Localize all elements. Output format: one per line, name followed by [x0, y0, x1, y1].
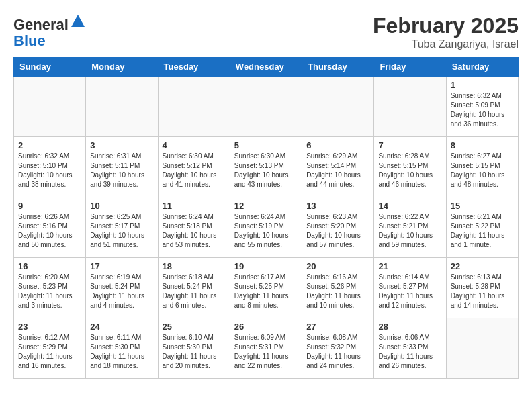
day-info: Sunrise: 6:19 AM Sunset: 5:24 PM Dayligh…	[90, 273, 153, 310]
day-info: Sunrise: 6:06 AM Sunset: 5:33 PM Dayligh…	[378, 333, 441, 371]
day-info: Sunrise: 6:14 AM Sunset: 5:27 PM Dayligh…	[378, 273, 441, 310]
calendar-cell	[374, 77, 446, 137]
weekday-header-saturday: Saturday	[446, 58, 518, 77]
calendar-cell: 18Sunrise: 6:18 AM Sunset: 5:24 PM Dayli…	[158, 258, 230, 318]
svg-marker-0	[71, 15, 85, 27]
calendar-cell: 7Sunrise: 6:28 AM Sunset: 5:15 PM Daylig…	[374, 137, 446, 197]
calendar-cell: 22Sunrise: 6:13 AM Sunset: 5:28 PM Dayli…	[446, 258, 518, 318]
calendar-cell: 19Sunrise: 6:17 AM Sunset: 5:25 PM Dayli…	[230, 258, 302, 318]
calendar-cell: 28Sunrise: 6:06 AM Sunset: 5:33 PM Dayli…	[374, 318, 446, 379]
day-number: 6	[306, 140, 369, 150]
calendar-cell: 6Sunrise: 6:29 AM Sunset: 5:14 PM Daylig…	[302, 137, 374, 197]
calendar-title: February 2025	[373, 13, 519, 38]
calendar-cell: 4Sunrise: 6:30 AM Sunset: 5:12 PM Daylig…	[158, 137, 230, 197]
day-number: 25	[163, 322, 226, 332]
day-info: Sunrise: 6:29 AM Sunset: 5:14 PM Dayligh…	[306, 152, 369, 189]
day-info: Sunrise: 6:23 AM Sunset: 5:20 PM Dayligh…	[306, 212, 369, 250]
calendar-cell: 24Sunrise: 6:11 AM Sunset: 5:30 PM Dayli…	[86, 318, 158, 379]
day-number: 1	[451, 80, 514, 90]
day-number: 8	[451, 140, 514, 150]
calendar-cell: 27Sunrise: 6:08 AM Sunset: 5:32 PM Dayli…	[302, 318, 374, 379]
day-number: 19	[234, 261, 298, 271]
day-info: Sunrise: 6:26 AM Sunset: 5:16 PM Dayligh…	[18, 212, 81, 250]
day-info: Sunrise: 6:18 AM Sunset: 5:24 PM Dayligh…	[163, 273, 226, 310]
page-header: General Blue February 2025 Tuba Zangariy…	[13, 13, 519, 50]
day-number: 23	[18, 322, 81, 332]
day-number: 15	[451, 201, 514, 211]
calendar-cell: 13Sunrise: 6:23 AM Sunset: 5:20 PM Dayli…	[302, 197, 374, 258]
day-info: Sunrise: 6:24 AM Sunset: 5:18 PM Dayligh…	[163, 212, 226, 250]
calendar-cell: 11Sunrise: 6:24 AM Sunset: 5:18 PM Dayli…	[158, 197, 230, 258]
calendar-cell	[86, 77, 158, 137]
day-info: Sunrise: 6:08 AM Sunset: 5:32 PM Dayligh…	[306, 333, 369, 371]
day-number: 10	[90, 201, 153, 211]
logo: General Blue	[13, 13, 86, 49]
day-info: Sunrise: 6:32 AM Sunset: 5:09 PM Dayligh…	[451, 91, 514, 129]
calendar-cell: 14Sunrise: 6:22 AM Sunset: 5:21 PM Dayli…	[374, 197, 446, 258]
day-number: 20	[306, 261, 369, 271]
weekday-header-thursday: Thursday	[302, 58, 374, 77]
day-number: 7	[378, 140, 441, 150]
calendar-location: Tuba Zangariya, Israel	[373, 38, 519, 50]
day-info: Sunrise: 6:11 AM Sunset: 5:30 PM Dayligh…	[90, 333, 153, 371]
day-info: Sunrise: 6:17 AM Sunset: 5:25 PM Dayligh…	[234, 273, 298, 310]
week-row-4: 16Sunrise: 6:20 AM Sunset: 5:23 PM Dayli…	[14, 258, 519, 318]
day-number: 14	[378, 201, 441, 211]
calendar-cell	[14, 77, 86, 137]
day-info: Sunrise: 6:13 AM Sunset: 5:28 PM Dayligh…	[451, 273, 514, 310]
week-row-1: 1Sunrise: 6:32 AM Sunset: 5:09 PM Daylig…	[14, 77, 519, 137]
day-info: Sunrise: 6:25 AM Sunset: 5:17 PM Dayligh…	[90, 212, 153, 250]
calendar-cell: 26Sunrise: 6:09 AM Sunset: 5:31 PM Dayli…	[230, 318, 302, 379]
day-info: Sunrise: 6:22 AM Sunset: 5:21 PM Dayligh…	[378, 212, 441, 250]
calendar-cell: 17Sunrise: 6:19 AM Sunset: 5:24 PM Dayli…	[86, 258, 158, 318]
day-number: 13	[306, 201, 369, 211]
logo-icon	[70, 13, 86, 30]
weekday-header-tuesday: Tuesday	[158, 58, 230, 77]
day-number: 17	[90, 261, 153, 271]
day-number: 22	[451, 261, 514, 271]
title-block: February 2025 Tuba Zangariya, Israel	[373, 13, 519, 50]
weekday-header-row: SundayMondayTuesdayWednesdayThursdayFrid…	[14, 58, 519, 77]
day-number: 4	[163, 140, 226, 150]
calendar-cell: 8Sunrise: 6:27 AM Sunset: 5:15 PM Daylig…	[446, 137, 518, 197]
calendar-cell: 1Sunrise: 6:32 AM Sunset: 5:09 PM Daylig…	[446, 77, 518, 137]
day-number: 2	[18, 140, 81, 150]
logo-blue-text: Blue	[13, 32, 46, 49]
calendar-cell	[302, 77, 374, 137]
weekday-header-monday: Monday	[86, 58, 158, 77]
calendar-cell: 12Sunrise: 6:24 AM Sunset: 5:19 PM Dayli…	[230, 197, 302, 258]
calendar-cell: 5Sunrise: 6:30 AM Sunset: 5:13 PM Daylig…	[230, 137, 302, 197]
day-number: 18	[163, 261, 226, 271]
calendar-cell	[158, 77, 230, 137]
day-number: 28	[378, 322, 441, 332]
calendar-cell: 21Sunrise: 6:14 AM Sunset: 5:27 PM Dayli…	[374, 258, 446, 318]
calendar-cell: 23Sunrise: 6:12 AM Sunset: 5:29 PM Dayli…	[14, 318, 86, 379]
calendar-cell: 3Sunrise: 6:31 AM Sunset: 5:11 PM Daylig…	[86, 137, 158, 197]
day-info: Sunrise: 6:12 AM Sunset: 5:29 PM Dayligh…	[18, 333, 81, 371]
day-info: Sunrise: 6:28 AM Sunset: 5:15 PM Dayligh…	[378, 152, 441, 189]
weekday-header-sunday: Sunday	[14, 58, 86, 77]
day-info: Sunrise: 6:31 AM Sunset: 5:11 PM Dayligh…	[90, 152, 153, 189]
day-info: Sunrise: 6:32 AM Sunset: 5:10 PM Dayligh…	[18, 152, 81, 189]
weekday-header-wednesday: Wednesday	[230, 58, 302, 77]
calendar-cell: 10Sunrise: 6:25 AM Sunset: 5:17 PM Dayli…	[86, 197, 158, 258]
week-row-2: 2Sunrise: 6:32 AM Sunset: 5:10 PM Daylig…	[14, 137, 519, 197]
day-number: 12	[234, 201, 298, 211]
day-number: 5	[234, 140, 298, 150]
day-info: Sunrise: 6:21 AM Sunset: 5:22 PM Dayligh…	[451, 212, 514, 250]
calendar-cell: 2Sunrise: 6:32 AM Sunset: 5:10 PM Daylig…	[14, 137, 86, 197]
day-info: Sunrise: 6:20 AM Sunset: 5:23 PM Dayligh…	[18, 273, 81, 310]
logo-general-text: General	[13, 16, 69, 33]
calendar-cell: 20Sunrise: 6:16 AM Sunset: 5:26 PM Dayli…	[302, 258, 374, 318]
day-number: 9	[18, 201, 81, 211]
week-row-3: 9Sunrise: 6:26 AM Sunset: 5:16 PM Daylig…	[14, 197, 519, 258]
calendar-cell: 25Sunrise: 6:10 AM Sunset: 5:30 PM Dayli…	[158, 318, 230, 379]
day-number: 3	[90, 140, 153, 150]
calendar-cell	[446, 318, 518, 379]
day-info: Sunrise: 6:30 AM Sunset: 5:13 PM Dayligh…	[234, 152, 298, 189]
day-info: Sunrise: 6:09 AM Sunset: 5:31 PM Dayligh…	[234, 333, 298, 371]
calendar-cell	[230, 77, 302, 137]
day-number: 21	[378, 261, 441, 271]
calendar-cell: 15Sunrise: 6:21 AM Sunset: 5:22 PM Dayli…	[446, 197, 518, 258]
calendar-cell: 9Sunrise: 6:26 AM Sunset: 5:16 PM Daylig…	[14, 197, 86, 258]
